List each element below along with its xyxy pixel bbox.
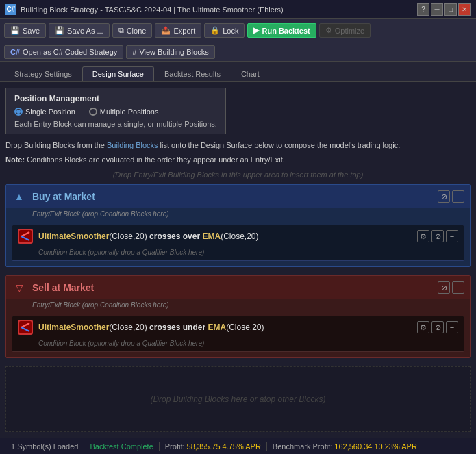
sell-block-title: Sell at Market xyxy=(32,282,432,293)
top-drop-hint: (Drop Entry/Exit Building Blocks in this… xyxy=(5,168,471,184)
tab-design-surface[interactable]: Design Surface xyxy=(82,66,154,81)
secondary-toolbar: C# Open as C# Coded Strategy # View Buil… xyxy=(0,42,476,62)
sell-params1: Close,20 xyxy=(112,323,144,332)
single-position-label: Single Position xyxy=(25,108,75,116)
optimize-icon: ⚙ xyxy=(325,26,332,35)
sell-remove-button[interactable]: − xyxy=(452,281,464,294)
buy-cond-remove-button[interactable]: − xyxy=(446,230,458,242)
backtest-status: Backtest Complete xyxy=(84,442,159,451)
save-button[interactable]: 💾 Save xyxy=(4,23,46,38)
profit-value: 58,355.75 4.75% APR xyxy=(187,442,261,451)
buy-params1: Close,20 xyxy=(112,231,144,241)
run-icon: ▶ xyxy=(253,26,259,35)
buy-condition-text: UltimateSmoother(Close,20) crosses over … xyxy=(38,231,412,241)
buy-block-header: ▲ Buy at Market ⊘ − xyxy=(6,185,470,208)
export-icon: 📤 xyxy=(161,26,171,35)
single-position-radio[interactable] xyxy=(14,108,23,116)
sell-condition-block: UltimateSmoother(Close,20) crosses under… xyxy=(12,316,464,352)
building-blocks-link[interactable]: Building Blocks xyxy=(107,141,158,149)
title-bar: C# Building Block Strategy - TASC\S&C 20… xyxy=(0,0,476,19)
position-description: Each Entry Block can manage a single, or… xyxy=(14,120,217,128)
single-position-option[interactable]: Single Position xyxy=(14,108,75,116)
sell-condition-header: UltimateSmoother(Close,20) crosses under… xyxy=(12,316,464,338)
buy-condition-block: UltimateSmoother(Close,20) crosses over … xyxy=(12,225,464,261)
benchmark-value: 162,560.34 10.23% APR xyxy=(334,442,417,451)
sell-condition-text: UltimateSmoother(Close,20) crosses under… xyxy=(38,323,412,332)
svg-rect-0 xyxy=(19,230,32,242)
sell-block-controls: ⊘ − xyxy=(438,281,464,294)
sell-cond-gear-button[interactable]: ⚙ xyxy=(417,321,429,333)
view-building-blocks-button[interactable]: # View Building Blocks xyxy=(126,45,214,59)
buy-block-subtitle: Entry/Exit Block (drop Condition Blocks … xyxy=(6,208,470,222)
minimize-button[interactable]: ─ xyxy=(431,3,443,16)
svg-rect-3 xyxy=(19,321,32,333)
multiple-positions-option[interactable]: Multiple Positions xyxy=(89,108,159,116)
save-as-button[interactable]: 💾 Save As ... xyxy=(49,23,110,38)
sell-condition-controls: ⚙ ⊘ − xyxy=(417,321,458,333)
close-button[interactable]: ✕ xyxy=(458,3,471,16)
benchmark-status: Benchmark Profit: 162,560.34 10.23% APR xyxy=(267,442,423,451)
note-text: Note: Conditions Blocks are evaluated in… xyxy=(5,154,471,166)
buy-params2: Close,20 xyxy=(223,231,255,241)
multiple-positions-label: Multiple Positions xyxy=(100,108,159,116)
position-management-panel: Position Management Single Position Mult… xyxy=(5,88,226,134)
main-toolbar: 💾 Save 💾 Save As ... ⧉ Clone 📤 Export 🔒 … xyxy=(0,19,476,42)
buy-condition-controls: ⚙ ⊘ − xyxy=(417,230,458,242)
tab-strategy-settings[interactable]: Strategy Settings xyxy=(4,66,82,81)
clone-icon: ⧉ xyxy=(118,26,124,35)
sell-block-header: ▽ Sell at Market ⊘ − xyxy=(6,276,470,299)
tab-backtest-results[interactable]: Backtest Results xyxy=(154,66,231,81)
profit-status: Profit: 58,355.75 4.75% APR xyxy=(160,442,267,451)
clone-button[interactable]: ⧉ Clone xyxy=(112,23,153,38)
buy-cond-gear-button[interactable]: ⚙ xyxy=(417,230,429,242)
sell-condition-subtitle: Condition Block (optionally drop a Quali… xyxy=(12,338,464,351)
multiple-positions-radio[interactable] xyxy=(89,108,97,116)
sell-block-subtitle: Entry/Exit Block (drop Condition Blocks … xyxy=(6,299,470,313)
position-type-group: Single Position Multiple Positions xyxy=(14,108,217,116)
buy-remove-button[interactable]: − xyxy=(452,190,464,203)
profit-label: Profit: xyxy=(165,442,185,451)
tab-chart[interactable]: Chart xyxy=(231,66,270,81)
backtest-complete-text: Backtest Complete xyxy=(90,442,153,451)
status-bar: 1 Symbol(s) Loaded Backtest Complete Pro… xyxy=(0,438,476,454)
lock-icon: 🔒 xyxy=(210,26,220,35)
sell-icon: ▽ xyxy=(12,280,27,295)
buy-no-sign-button[interactable]: ⊘ xyxy=(438,190,450,203)
open-coded-strategy-button[interactable]: C# Open as C# Coded Strategy xyxy=(4,45,123,59)
note-content: Conditions Blocks are evaluated in the o… xyxy=(27,155,285,164)
buy-condition-icon xyxy=(18,229,33,244)
lock-button[interactable]: 🔒 Lock xyxy=(204,23,245,38)
sell-cond-no-button[interactable]: ⊘ xyxy=(431,321,444,333)
sell-cond-remove-button[interactable]: − xyxy=(446,321,458,333)
window-title: Building Block Strategy - TASC\S&C 2024-… xyxy=(21,5,284,14)
buy-at-market-block: ▲ Buy at Market ⊘ − Entry/Exit Block (dr… xyxy=(5,184,471,267)
buy-block-title: Buy at Market xyxy=(32,191,432,202)
maximize-button[interactable]: □ xyxy=(444,3,457,16)
sell-at-market-block: ▽ Sell at Market ⊘ − Entry/Exit Block (d… xyxy=(5,275,471,358)
export-button[interactable]: 📤 Export xyxy=(155,23,201,38)
run-backtest-button[interactable]: ▶ Run Backtest xyxy=(247,23,316,38)
sell-no-sign-button[interactable]: ⊘ xyxy=(438,281,450,294)
buy-condition-header: UltimateSmoother(Close,20) crosses over … xyxy=(12,225,464,247)
buy-icon: ▲ xyxy=(12,189,27,204)
buy-cond-no-button[interactable]: ⊘ xyxy=(431,230,444,242)
buy-func1: UltimateSmoother xyxy=(38,231,109,241)
optimize-button[interactable]: ⚙ Optimize xyxy=(319,23,371,38)
sell-direction: crosses under xyxy=(149,323,205,332)
benchmark-label: Benchmark Profit: xyxy=(273,442,332,451)
design-surface-content: Position Management Single Position Mult… xyxy=(0,82,476,438)
bottom-drop-zone: (Drop Building Blocks here or atop other… xyxy=(5,366,471,432)
help-button[interactable]: ? xyxy=(417,3,429,16)
sell-condition-icon xyxy=(18,320,33,335)
sell-params2: Close,20 xyxy=(229,323,261,332)
buy-condition-subtitle: Condition Block (optionally drop a Quali… xyxy=(12,247,464,260)
save-icon: 💾 xyxy=(10,26,20,35)
buy-direction: crosses over xyxy=(149,231,200,241)
sell-func2: EMA xyxy=(208,323,226,332)
window-controls[interactable]: ? ─ □ ✕ xyxy=(417,3,471,16)
note-label: Note: xyxy=(5,155,25,164)
csharp-icon: C# xyxy=(10,48,20,56)
buy-func2: EMA xyxy=(202,231,221,241)
buy-block-controls: ⊘ − xyxy=(438,190,464,203)
sell-func1: UltimateSmoother xyxy=(38,323,109,332)
